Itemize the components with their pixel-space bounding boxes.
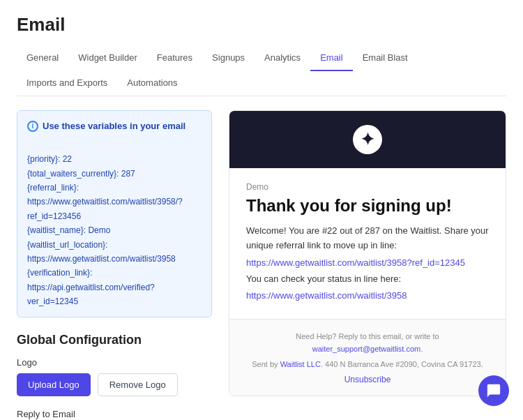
upload-logo-button[interactable]: Upload Logo	[17, 373, 91, 396]
preview-body: Demo Thank you for signing up! Welcome! …	[229, 168, 506, 320]
preview-status-link[interactable]: https://www.getwaitlist.com/waitlist/395…	[246, 290, 489, 301]
chat-icon	[486, 383, 501, 398]
preview-header: ✦	[229, 111, 506, 168]
tab-general[interactable]: General	[17, 45, 68, 71]
reply-email-label: Reply to Email	[17, 409, 212, 419]
tab-features[interactable]: Features	[147, 45, 202, 71]
tab-signups[interactable]: Signups	[202, 45, 255, 71]
tab-email-blast[interactable]: Email Blast	[353, 45, 418, 71]
info-box-variables: {priority}: 22 {total_waiters_currently}…	[27, 138, 202, 309]
footer-email-link[interactable]: waiter_support@getwaitlist.com	[312, 345, 420, 353]
right-panel: ✦ Demo Thank you for signing up! Welcome…	[229, 110, 506, 420]
chat-bubble[interactable]	[478, 375, 509, 406]
unsubscribe-link[interactable]: Unsubscribe	[246, 375, 489, 384]
info-icon: i	[27, 121, 38, 132]
preview-body-text: Welcome! You are #22 out of 287 on the W…	[246, 224, 489, 253]
preview-footer-help: Need Help? Reply to this email, or write…	[246, 331, 489, 355]
preview-referral-link[interactable]: https://www.getwaitlist.com/waitlist/395…	[246, 257, 489, 268]
tab-analytics[interactable]: Analytics	[255, 45, 310, 71]
info-box-title: Use these variables in your email	[43, 119, 185, 134]
tab-email[interactable]: Email	[310, 45, 353, 71]
logo-label: Logo	[17, 357, 212, 368]
left-panel: i Use these variables in your email {pri…	[17, 110, 212, 420]
global-config-section: Global Configuration Logo Upload Logo Re…	[17, 333, 212, 420]
email-preview: ✦ Demo Thank you for signing up! Welcome…	[229, 110, 506, 396]
page: Email General Widget Builder Features Si…	[0, 0, 523, 420]
preview-main-title: Thank you for signing up!	[246, 196, 489, 216]
preview-subtitle: Demo	[246, 182, 489, 192]
preview-footer: Need Help? Reply to this email, or write…	[229, 320, 506, 396]
remove-logo-button[interactable]: Remove Logo	[98, 373, 178, 396]
nav-tabs: General Widget Builder Features Signups …	[17, 45, 506, 96]
logo-btn-group: Upload Logo Remove Logo	[17, 373, 212, 396]
main-layout: i Use these variables in your email {pri…	[17, 110, 506, 420]
preview-status-text: You can check your status in line here:	[246, 272, 489, 287]
info-box: i Use these variables in your email {pri…	[17, 110, 212, 317]
global-config-title: Global Configuration	[17, 333, 212, 347]
tab-widget-builder[interactable]: Widget Builder	[68, 45, 147, 71]
plus-icon: ✦	[353, 125, 382, 154]
info-box-header: i Use these variables in your email	[27, 119, 202, 134]
tab-imports-exports[interactable]: Imports and Exports	[17, 70, 117, 96]
tab-automations[interactable]: Automations	[117, 70, 187, 96]
footer-company-link[interactable]: Waitlist LLC	[280, 360, 321, 368]
preview-footer-sent: Sent by Waitlist LLC. 440 N Barranca Ave…	[246, 359, 489, 371]
page-title: Email	[17, 14, 506, 36]
